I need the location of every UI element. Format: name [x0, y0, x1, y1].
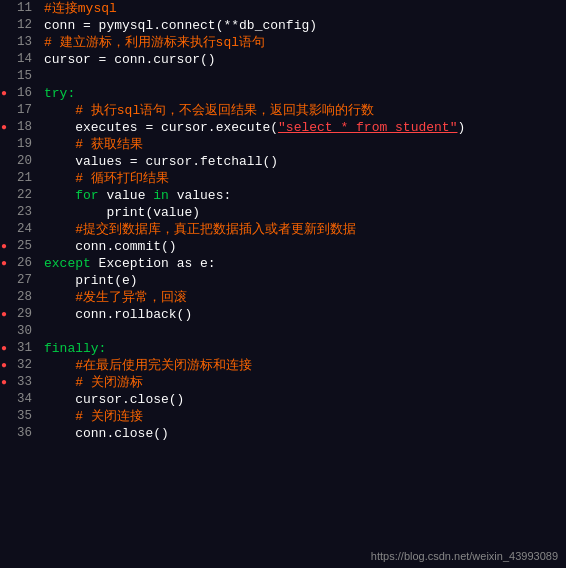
line-number: 30	[8, 323, 40, 340]
code-token: #连接mysql	[44, 1, 117, 16]
line-number: 18	[8, 119, 40, 136]
table-row: 29 conn.rollback()	[0, 306, 566, 323]
code-token: print(value)	[44, 205, 200, 220]
line-content	[40, 323, 566, 340]
code-token: #发生了异常，回滚	[44, 290, 187, 305]
code-token: # 循环打印结果	[44, 171, 169, 186]
line-number: 34	[8, 391, 40, 408]
line-content: #发生了异常，回滚	[40, 289, 566, 306]
line-content: except Exception as e:	[40, 255, 566, 272]
line-number: 27	[8, 272, 40, 289]
table-row: 19 # 获取结果	[0, 136, 566, 153]
table-row: 36 conn.close()	[0, 425, 566, 442]
line-number: 15	[8, 68, 40, 85]
code-token: # 执行sql语句，不会返回结果，返回其影响的行数	[44, 103, 374, 118]
line-content: print(e)	[40, 272, 566, 289]
code-token: values = cursor.fetchall()	[44, 154, 278, 169]
code-token: conn.commit()	[44, 239, 177, 254]
line-number: 35	[8, 408, 40, 425]
table-row: 12conn = pymysql.connect(**db_config)	[0, 17, 566, 34]
line-number: 12	[8, 17, 40, 34]
line-content: executes = cursor.execute("select * from…	[40, 119, 566, 136]
breakpoint-dot	[0, 85, 8, 102]
table-row: 15	[0, 68, 566, 85]
line-number: 36	[8, 425, 40, 442]
line-number: 32	[8, 357, 40, 374]
line-content: #提交到数据库，真正把数据插入或者更新到数据	[40, 221, 566, 238]
line-content: conn.close()	[40, 425, 566, 442]
table-row: 24 #提交到数据库，真正把数据插入或者更新到数据	[0, 221, 566, 238]
code-token: value	[99, 188, 154, 203]
code-token: finally:	[44, 341, 106, 356]
line-content: conn.rollback()	[40, 306, 566, 323]
line-content: print(value)	[40, 204, 566, 221]
code-token: #提交到数据库，真正把数据插入或者更新到数据	[44, 222, 356, 237]
code-token: print(e)	[44, 273, 138, 288]
table-row: 22 for value in values:	[0, 187, 566, 204]
breakpoint-dot	[0, 306, 8, 323]
line-number: 28	[8, 289, 40, 306]
code-token: conn.close()	[44, 426, 169, 441]
line-content: # 获取结果	[40, 136, 566, 153]
code-token: for	[75, 188, 98, 203]
table-row: 32 #在最后使用完关闭游标和连接	[0, 357, 566, 374]
table-row: 14cursor = conn.cursor()	[0, 51, 566, 68]
code-token: # 获取结果	[44, 137, 143, 152]
line-content: # 建立游标，利用游标来执行sql语句	[40, 34, 566, 51]
table-row: 28 #发生了异常，回滚	[0, 289, 566, 306]
code-token: # 关闭游标	[44, 375, 143, 390]
code-token: # 建立游标，利用游标来执行sql语句	[44, 35, 265, 50]
watermark: https://blog.csdn.net/weixin_43993089	[371, 550, 558, 562]
table-row: 35 # 关闭连接	[0, 408, 566, 425]
code-token: #在最后使用完关闭游标和连接	[44, 358, 252, 373]
table-row: 34 cursor.close()	[0, 391, 566, 408]
table-row: 26except Exception as e:	[0, 255, 566, 272]
code-token: try:	[44, 86, 75, 101]
line-number: 29	[8, 306, 40, 323]
code-token: except	[44, 256, 91, 271]
table-row: 11#连接mysql	[0, 0, 566, 17]
table-row: 31finally:	[0, 340, 566, 357]
breakpoint-dot	[0, 357, 8, 374]
line-number: 17	[8, 102, 40, 119]
code-editor: 11#连接mysql12conn = pymysql.connect(**db_…	[0, 0, 566, 568]
table-row: 20 values = cursor.fetchall()	[0, 153, 566, 170]
line-number: 22	[8, 187, 40, 204]
code-token: conn = pymysql.connect(**db_config)	[44, 18, 317, 33]
breakpoint-dot	[0, 119, 8, 136]
line-number: 13	[8, 34, 40, 51]
line-content: try:	[40, 85, 566, 102]
line-content: conn = pymysql.connect(**db_config)	[40, 17, 566, 34]
code-lines: 11#连接mysql12conn = pymysql.connect(**db_…	[0, 0, 566, 442]
table-row: 16try:	[0, 85, 566, 102]
line-content: #在最后使用完关闭游标和连接	[40, 357, 566, 374]
breakpoint-dot	[0, 374, 8, 391]
code-token: values:	[169, 188, 231, 203]
line-content: cursor.close()	[40, 391, 566, 408]
line-number: 16	[8, 85, 40, 102]
code-token: conn.rollback()	[44, 307, 192, 322]
line-content: # 执行sql语句，不会返回结果，返回其影响的行数	[40, 102, 566, 119]
line-number: 24	[8, 221, 40, 238]
table-row: 13# 建立游标，利用游标来执行sql语句	[0, 34, 566, 51]
code-token: cursor = conn.cursor()	[44, 52, 216, 67]
table-row: 27 print(e)	[0, 272, 566, 289]
line-number: 23	[8, 204, 40, 221]
line-number: 19	[8, 136, 40, 153]
breakpoint-dot	[0, 238, 8, 255]
line-content: # 循环打印结果	[40, 170, 566, 187]
line-content: # 关闭连接	[40, 408, 566, 425]
line-content: values = cursor.fetchall()	[40, 153, 566, 170]
code-token: executes = cursor.execute(	[44, 120, 278, 135]
code-token: in	[153, 188, 169, 203]
code-token	[44, 188, 75, 203]
code-token: )	[457, 120, 465, 135]
line-number: 31	[8, 340, 40, 357]
code-token: "select * from student"	[278, 120, 457, 135]
line-content: cursor = conn.cursor()	[40, 51, 566, 68]
line-content: #连接mysql	[40, 0, 566, 17]
breakpoint-dot	[0, 255, 8, 272]
line-number: 33	[8, 374, 40, 391]
line-number: 26	[8, 255, 40, 272]
line-number: 11	[8, 0, 40, 17]
